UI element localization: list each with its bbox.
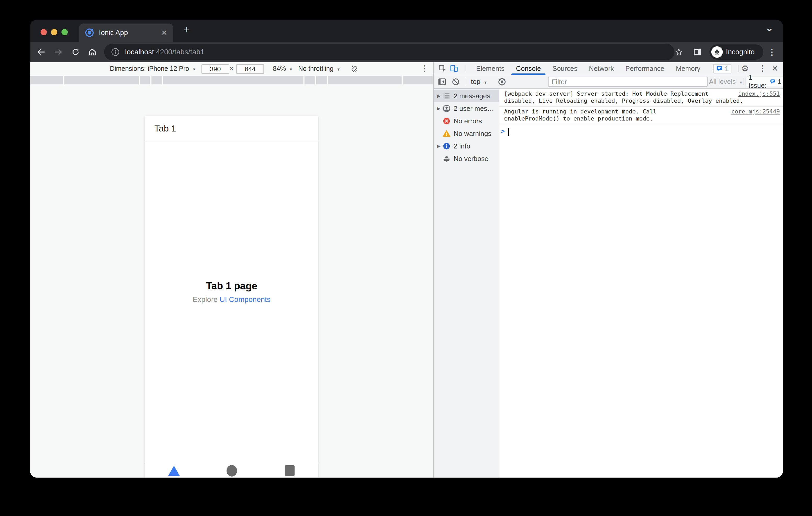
app-tab-1[interactable]: Tab 1 [145,463,203,478]
new-tab-button[interactable]: + [184,24,190,36]
ruler-tick [402,76,403,85]
sidebar-item-info[interactable]: ▶ 2 info [434,140,499,152]
console-context-select[interactable]: top ▾ [471,75,487,89]
sidebar-item-warnings[interactable]: No warnings [434,127,499,140]
sidebar-item-errors[interactable]: No errors [434,115,499,127]
tab-title: Ionic App [99,29,161,37]
site-info-icon[interactable] [111,48,120,57]
ui-components-link[interactable]: UI Components [220,295,271,303]
ionic-logo-icon [85,28,94,37]
devtools-tab-sources[interactable]: Sources [552,62,577,75]
device-zoom-select[interactable]: 84% ▾ [273,62,292,75]
traffic-light-minimize[interactable] [51,29,57,35]
devtools-tab-performance[interactable]: Performance [626,62,664,75]
ruler-tick [139,76,140,85]
phone-viewport: Tab 1 Tab 1 page Explore UI Components T… [145,116,318,478]
ruler-tick [315,76,316,85]
console-sidebar: ▶ 2 messages ▶ 2 user messages [434,89,499,478]
traffic-light-close[interactable] [40,29,47,35]
app-page-content: Tab 1 page Explore UI Components [145,280,318,304]
forward-icon [52,46,65,58]
log-levels-select: All levels ▾ [709,75,742,89]
side-panel-icon[interactable] [691,46,704,58]
caret-down-icon: ▾ [740,80,742,85]
expand-arrow-icon[interactable]: ▶ [435,144,443,149]
console-filter-input[interactable] [548,77,707,87]
devtools-panel: Elements Console Sources Network Perform… [433,62,783,478]
tab-close-icon[interactable]: ✕ [161,29,167,37]
verbose-bug-icon [443,155,451,162]
device-height-input[interactable] [236,64,264,74]
console-message: index.js:551 [webpack-dev-server] Server… [499,89,783,107]
divider [738,65,739,72]
browser-tab[interactable]: Ionic App ✕ [79,24,173,42]
sidebar-item-all-messages[interactable]: ▶ 2 messages [434,90,499,102]
issues-button[interactable]: 1 Issue: 1 [746,77,783,86]
incognito-label: Incognito [726,48,755,56]
clear-console-icon[interactable] [452,78,460,86]
devtools-menu-icon[interactable]: ⋮ [759,64,766,73]
traffic-light-zoom[interactable] [61,29,68,35]
console-toolbar: top ▾ All levels ▾ 1 Issue: 1 [434,75,783,89]
caret-down-icon: ▾ [193,67,196,72]
url-path: :4200/tabs/tab1 [154,48,205,56]
ellipse-icon [227,465,237,477]
app-header: Tab 1 [145,116,318,142]
url-host: localhost [125,48,154,56]
device-dimensions-select[interactable]: Dimensions: iPhone 12 Pro ▾ [110,62,195,75]
messages-list-icon [443,92,451,100]
browser-window: Ionic App ✕ + ⌄ localhost:4200/tabs/tab1 [30,20,783,478]
device-emulation-pane: Dimensions: iPhone 12 Pro ▾ × 84% ▾ No t… [30,62,433,478]
device-toolbar-menu-icon[interactable]: ⋮ [420,62,429,75]
console-prompt[interactable]: > [499,124,783,136]
message-line: disabled, Live Reloading enabled, Progre… [504,97,780,104]
app-header-title: Tab 1 [154,116,176,141]
source-link[interactable]: core.mjs:25449 [731,108,780,115]
info-icon [443,142,451,150]
ruler-tick [303,76,304,85]
devtools-tab-console[interactable]: Console [516,62,541,75]
devtools-tab-memory[interactable]: Memory [676,62,700,75]
ruler-tick [162,76,163,85]
source-link[interactable]: index.js:551 [738,90,780,97]
tab-search-chevron-icon[interactable]: ⌄ [765,22,774,33]
home-icon[interactable] [86,46,98,58]
live-expression-eye-icon[interactable] [498,78,506,86]
back-icon[interactable] [35,46,47,58]
divider [465,78,465,85]
explore-text: Explore [193,295,220,303]
toggle-device-toolbar-icon[interactable] [450,64,458,73]
devtools-close-icon[interactable]: ✕ [772,64,778,73]
devtools-settings-gear-icon[interactable]: ⚙ [741,63,749,73]
app-tab-3[interactable]: Tab 3 [261,463,318,478]
bookmark-star-icon[interactable] [673,46,685,58]
window-content: Dimensions: iPhone 12 Pro ▾ × 84% ▾ No t… [30,62,783,478]
app-tab-2[interactable]: Tab 2 [203,463,261,478]
issues-counter-button[interactable]: 1 [713,64,731,73]
inspect-element-icon[interactable] [438,65,447,73]
sidebar-item-user-messages[interactable]: ▶ 2 user messages [434,102,499,115]
expand-arrow-icon[interactable]: ▶ [435,106,443,111]
sidebar-item-verbose[interactable]: No verbose [434,152,499,165]
devtools-tab-elements[interactable]: Elements [476,62,504,75]
error-icon [443,117,451,125]
browser-menu-icon[interactable]: ⋮ [766,46,778,58]
ruler-tick [63,76,64,85]
incognito-badge: Incognito [709,44,763,60]
prompt-chevron-icon: > [501,127,504,135]
issue-bubble-icon [770,78,775,85]
expand-arrow-icon[interactable]: ▶ [435,93,443,99]
caret-down-icon: ▾ [338,67,340,72]
url-bar[interactable]: localhost:4200/tabs/tab1 [104,44,674,60]
caret-down-icon: ▾ [290,67,292,72]
toggle-console-sidebar-icon[interactable] [438,78,446,86]
devtools-tab-network[interactable]: Network [589,62,614,75]
rotate-device-icon[interactable] [351,65,358,78]
ruler-tick [150,76,151,85]
reload-icon[interactable] [69,46,82,58]
device-throttling-select[interactable]: No throttling ▾ [298,62,340,75]
divider [743,78,744,85]
page-title: Tab 1 page [145,280,318,292]
device-width-input[interactable] [201,64,229,74]
divider [465,65,465,72]
